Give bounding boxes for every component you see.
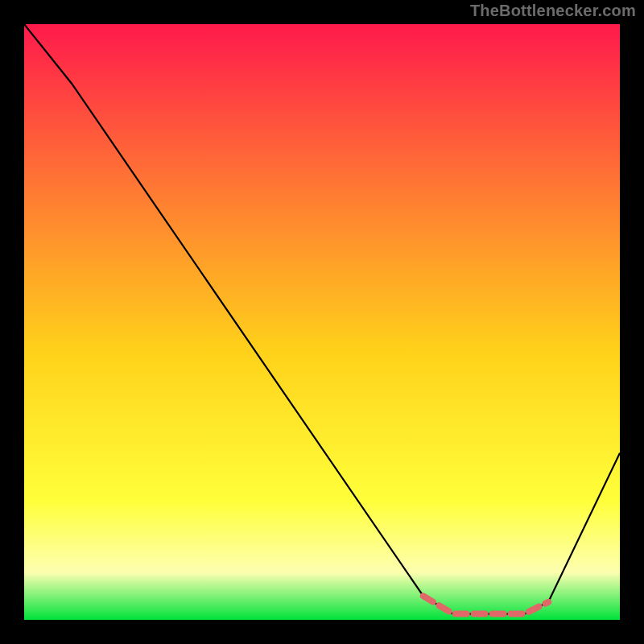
gradient-background (24, 24, 620, 620)
plot-area (24, 24, 620, 620)
chart-svg (24, 24, 620, 620)
attribution-label: TheBottlenecker.com (470, 2, 636, 20)
chart-container: TheBottlenecker.com (0, 0, 644, 644)
